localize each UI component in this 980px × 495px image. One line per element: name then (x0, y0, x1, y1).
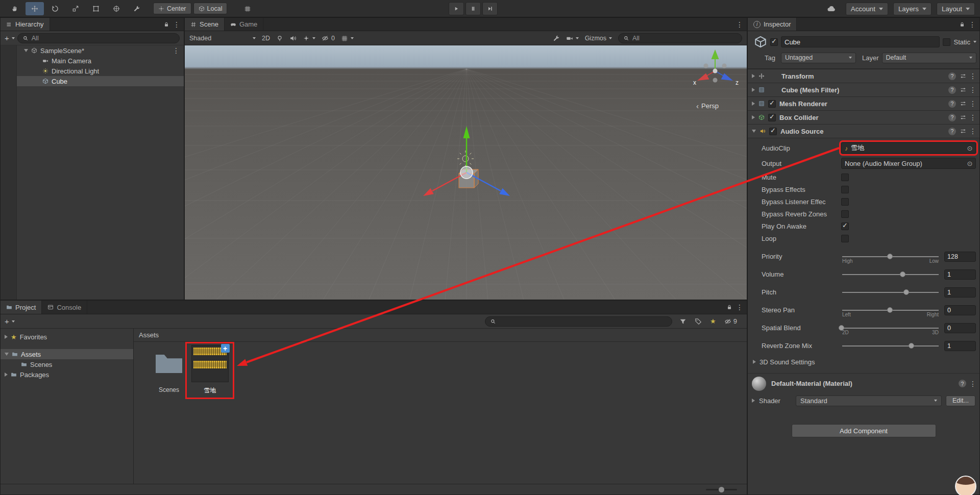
hierarchy-row-cube[interactable]: Cube (17, 76, 184, 86)
material-header[interactable]: Default-Material (Material) (748, 373, 979, 393)
help-icon[interactable] (948, 114, 956, 121)
scene-audio-toggle-icon[interactable] (289, 35, 297, 42)
projection-toggle[interactable]: Persp (696, 102, 719, 110)
lock-icon[interactable] (726, 304, 732, 310)
gizmos-dropdown[interactable]: Gizmos (585, 35, 612, 42)
scene-lighting-toggle-icon[interactable] (276, 35, 283, 42)
foldout-open-icon[interactable] (752, 130, 756, 133)
sound-3d-settings-foldout[interactable]: 3D Sound Settings (748, 355, 979, 369)
save-search-icon[interactable] (710, 317, 716, 325)
scene-camera-dropdown[interactable] (566, 35, 579, 42)
scene-tools-icon[interactable] (553, 35, 560, 42)
volume-value-field[interactable] (944, 269, 976, 280)
foldout-icon[interactable] (5, 373, 8, 377)
bypass-effects-checkbox[interactable] (841, 186, 849, 193)
cloud-button[interactable] (822, 2, 841, 15)
lock-icon[interactable] (163, 21, 169, 28)
help-icon[interactable] (948, 86, 956, 94)
component-header-box-collider[interactable]: Box Collider (748, 110, 979, 124)
scene-menu-icon[interactable] (174, 47, 179, 54)
component-enabled-checkbox[interactable] (768, 100, 776, 108)
pitch-slider[interactable] (841, 286, 940, 299)
hidden-objects-toggle[interactable]: 0 (322, 35, 335, 42)
component-menu-icon[interactable] (970, 72, 975, 80)
slider-knob[interactable] (900, 271, 905, 277)
step-button[interactable] (482, 2, 498, 15)
tab-hierarchy[interactable]: Hierarchy (1, 18, 50, 31)
component-menu-icon[interactable] (970, 114, 975, 121)
help-icon[interactable] (948, 100, 956, 108)
help-icon[interactable] (959, 380, 966, 387)
rect-tool-button[interactable] (87, 2, 105, 15)
component-header-mesh-filter[interactable]: Cube (Mesh Filter) (748, 83, 979, 96)
foldout-icon[interactable] (752, 74, 755, 78)
layout-dropdown[interactable]: Layout (937, 3, 975, 15)
pitch-value-field[interactable] (944, 287, 976, 298)
project-row-scenes[interactable]: Scenes (1, 359, 133, 369)
grid-snap-button[interactable] (238, 2, 257, 15)
rotate-tool-button[interactable] (46, 2, 64, 15)
component-header-mesh-renderer[interactable]: Mesh Renderer (748, 96, 979, 110)
static-dropdown-icon[interactable] (973, 41, 976, 43)
foldout-icon[interactable] (752, 115, 755, 119)
component-menu-icon[interactable] (970, 100, 975, 107)
layers-dropdown[interactable]: Layers (893, 3, 932, 15)
hidden-items-toggle[interactable]: 9 (724, 317, 737, 325)
shader-dropdown[interactable]: Standard (796, 395, 942, 406)
hand-tool-button[interactable] (5, 2, 23, 15)
help-icon[interactable] (948, 72, 956, 80)
component-header-audio-source[interactable]: Audio Source (748, 124, 979, 138)
presets-icon[interactable] (960, 87, 966, 93)
create-button[interactable]: + (5, 34, 9, 42)
custom-tool-button[interactable] (128, 2, 146, 15)
presets-icon[interactable] (960, 73, 966, 79)
scene-search-input[interactable]: All (618, 33, 742, 43)
tab-console[interactable]: Console (42, 301, 87, 314)
audioclip-object-field[interactable]: 雪地 (841, 142, 976, 154)
shader-edit-button[interactable]: Edit... (946, 395, 975, 406)
foldout-icon[interactable] (752, 88, 755, 92)
static-checkbox[interactable] (943, 38, 950, 46)
component-enabled-checkbox[interactable] (768, 114, 776, 121)
asset-item-audio-clip[interactable]: + 雪地 (190, 345, 230, 395)
presets-icon[interactable] (960, 114, 966, 120)
priority-slider[interactable]: High Low (841, 251, 940, 263)
tag-dropdown[interactable]: Untagged (781, 53, 856, 63)
reverb-zone-mix-value-field[interactable] (944, 341, 976, 351)
presets-icon[interactable] (960, 101, 966, 107)
help-icon[interactable] (948, 128, 956, 135)
scene-viewport[interactable]: x z Persp (185, 45, 747, 300)
component-enabled-checkbox[interactable] (769, 128, 777, 135)
play-button[interactable] (449, 2, 464, 15)
shading-mode-dropdown[interactable]: Shaded (189, 35, 256, 42)
lock-icon[interactable] (959, 21, 965, 28)
slider-knob[interactable] (903, 289, 909, 295)
foldout-icon[interactable] (752, 399, 755, 403)
component-menu-icon[interactable] (970, 86, 975, 93)
create-dropdown-icon[interactable] (12, 320, 15, 323)
account-dropdown[interactable]: Account (846, 3, 888, 15)
gameobject-name-field[interactable] (781, 36, 940, 47)
panel-menu-icon[interactable] (737, 21, 742, 28)
panel-menu-icon[interactable] (174, 21, 179, 28)
create-dropdown-icon[interactable] (12, 37, 15, 39)
add-component-button[interactable]: Add Component (792, 424, 936, 437)
project-row-favorites[interactable]: Favorites (1, 332, 133, 342)
slider-knob[interactable] (887, 254, 893, 259)
panel-menu-icon[interactable] (970, 21, 975, 28)
tab-game[interactable]: Game (225, 18, 263, 31)
mute-checkbox[interactable] (841, 174, 849, 181)
material-menu-icon[interactable] (970, 380, 975, 387)
foldout-open-icon[interactable] (5, 353, 9, 356)
volume-slider[interactable] (841, 268, 940, 281)
stereo-pan-value-field[interactable] (944, 305, 976, 315)
presets-icon[interactable] (960, 128, 966, 134)
play-on-awake-checkbox[interactable] (841, 222, 849, 230)
move-tool-button[interactable] (26, 2, 44, 15)
tab-project[interactable]: Project (1, 301, 42, 314)
transform-tool-button[interactable] (107, 2, 126, 15)
scale-tool-button[interactable] (66, 2, 85, 15)
priority-value-field[interactable] (944, 252, 976, 262)
toggle-2d-button[interactable]: 2D (262, 35, 270, 42)
thumbnail-zoom-slider[interactable] (706, 489, 737, 490)
